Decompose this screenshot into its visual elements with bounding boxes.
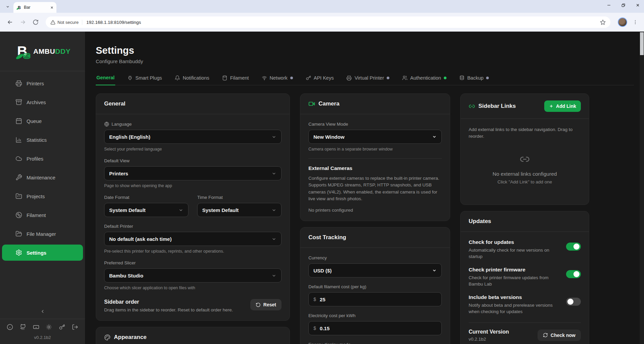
camera-view-mode-select[interactable]: New Window — [308, 130, 442, 144]
globe-icon — [104, 122, 109, 127]
logout-button[interactable] — [72, 324, 78, 330]
electricity-cost-input[interactable]: $ 0.15 — [308, 321, 442, 335]
energy-display-mode-label: Energy display mode — [308, 342, 442, 344]
sidebar-item-statistics[interactable]: Statistics — [2, 132, 83, 148]
tab-virtual-printer[interactable]: Virtual Printer — [346, 74, 390, 85]
check-for-updates-row: Check for updates Automatically check fo… — [469, 239, 581, 260]
back-button[interactable] — [5, 17, 15, 28]
info-button[interactable] — [7, 324, 13, 330]
tab-filament[interactable]: Filament — [221, 74, 250, 85]
external-cameras-description: Configure external cameras to replace th… — [308, 175, 442, 202]
address-bar[interactable]: Not secure 192.168.1.18:8109/settings — [46, 16, 610, 28]
sidebar-item-label: Projects — [27, 194, 45, 199]
sidebar-item-label: Statistics — [27, 137, 47, 143]
key-icon — [59, 324, 65, 330]
panel-title: General — [104, 100, 125, 107]
time-format-select[interactable]: System Default — [197, 203, 282, 217]
info-icon — [7, 324, 13, 330]
reload-button[interactable] — [30, 17, 41, 28]
api-key-button[interactable] — [59, 324, 65, 330]
external-cameras-title: External Cameras — [308, 165, 442, 171]
bar-chart-icon — [15, 136, 22, 143]
bookmark-star-icon[interactable] — [600, 19, 606, 25]
check-now-button[interactable]: Check now — [538, 330, 581, 341]
tab-general[interactable]: General — [96, 74, 115, 85]
chevron-down-icon — [271, 134, 276, 139]
chevron-left-icon — [40, 309, 45, 314]
link-icon — [520, 154, 530, 164]
calendar-icon — [15, 118, 22, 124]
sidebar-item-profiles[interactable]: Profiles — [2, 150, 83, 167]
default-view-helper: Page to show when opening the app — [104, 183, 282, 188]
window-close-button[interactable] — [636, 3, 640, 9]
status-dot — [444, 77, 446, 79]
default-printer-label: Default Printer — [104, 224, 282, 229]
include-beta-versions-toggle[interactable] — [566, 298, 581, 306]
wrench-icon — [15, 174, 22, 181]
updates-panel: Updates Check for updates Automatically … — [460, 211, 589, 344]
check-printer-firmware-toggle[interactable] — [566, 270, 581, 278]
window-restore-button[interactable] — [621, 3, 626, 9]
browser-tab[interactable]: B Bar — [13, 2, 56, 13]
sidebar-collapse-button[interactable] — [0, 304, 85, 319]
svg-text:B: B — [18, 5, 21, 10]
page-scrollbar[interactable] — [640, 32, 644, 344]
sidebar-item-projects[interactable]: Projects — [2, 188, 83, 204]
app-sidebar: B AMBUDDY Printers Archives Queue — [0, 32, 85, 344]
panel-title: Camera — [318, 100, 339, 107]
page-subtitle: Configure Bambuddy — [96, 58, 634, 64]
tab-search-button[interactable] — [3, 2, 12, 11]
browser-chrome: B Bar Not secure 192.168.1.18:8109/setti… — [0, 0, 644, 32]
forward-button[interactable] — [17, 17, 28, 28]
url-text[interactable]: 192.168.1.18:8109/settings — [85, 20, 597, 25]
tab-close-icon[interactable] — [50, 6, 54, 9]
sidebar-item-maintenance[interactable]: Maintenance — [2, 169, 83, 185]
sidebar-item-queue[interactable]: Queue — [2, 113, 83, 129]
language-select[interactable]: English (English) — [104, 130, 282, 144]
sidebar-item-file-manager[interactable]: File Manager — [2, 226, 83, 242]
default-printer-select[interactable]: No default (ask each time) — [104, 232, 282, 246]
sidebar-item-filament[interactable]: Filament — [2, 207, 83, 223]
default-view-select[interactable]: Printers — [104, 166, 282, 180]
archive-icon — [15, 99, 22, 105]
tab-smart-plugs[interactable]: Smart Plugs — [127, 74, 163, 85]
theme-toggle-button[interactable] — [46, 324, 52, 330]
palette-icon — [104, 334, 111, 341]
tab-network[interactable]: Network — [261, 74, 294, 85]
preferred-slicer-helper: Choose which slicer application to open … — [104, 286, 282, 290]
browser-menu-button[interactable] — [631, 18, 639, 26]
external-cameras-empty: No printers configured — [308, 208, 442, 213]
sidebar-item-archives[interactable]: Archives — [2, 94, 83, 110]
preferred-slicer-select[interactable]: Bambu Studio — [104, 268, 282, 283]
printer-icon — [346, 75, 352, 81]
warning-triangle-icon — [50, 20, 55, 25]
currency-select[interactable]: USD ($) — [308, 263, 442, 277]
default-printer-helper: Pre-select this printer for uploads, rep… — [104, 249, 282, 254]
keyboard-icon — [33, 324, 39, 330]
profile-avatar[interactable] — [618, 17, 627, 27]
sidebar-item-printers[interactable]: Printers — [2, 75, 83, 91]
appearance-panel: Appearance — [96, 327, 290, 344]
filament-cost-input[interactable]: $ 25 — [308, 292, 442, 306]
sidebar-item-settings[interactable]: Settings — [2, 245, 83, 261]
github-button[interactable] — [20, 324, 26, 330]
tab-notifications[interactable]: Notifications — [174, 74, 210, 85]
chevron-down-icon — [178, 208, 183, 213]
sidebar-item-label: Maintenance — [27, 175, 55, 180]
links-empty-title: No external links configured — [469, 171, 581, 177]
tab-api-keys[interactable]: API Keys — [305, 74, 335, 85]
check-for-updates-toggle[interactable] — [566, 243, 581, 251]
tab-authentication[interactable]: Authentication — [401, 74, 447, 85]
currency-label: Currency — [308, 255, 442, 260]
reset-sidebar-order-button[interactable]: Reset — [250, 299, 282, 310]
scrollbar-thumb[interactable] — [640, 32, 644, 55]
security-chip[interactable]: Not secure — [50, 20, 82, 25]
add-link-button[interactable]: Add Link — [544, 100, 581, 112]
window-minimize-button[interactable] — [607, 3, 611, 9]
disc-icon — [15, 212, 22, 218]
date-format-select[interactable]: System Default — [104, 203, 188, 217]
camera-view-mode-label: Camera View Mode — [308, 122, 442, 127]
sidebar-order-helper: Drag items in the sidebar to reorder. Re… — [104, 307, 233, 312]
keyboard-shortcuts-button[interactable] — [33, 324, 39, 330]
tab-backup[interactable]: Backup — [459, 74, 489, 85]
